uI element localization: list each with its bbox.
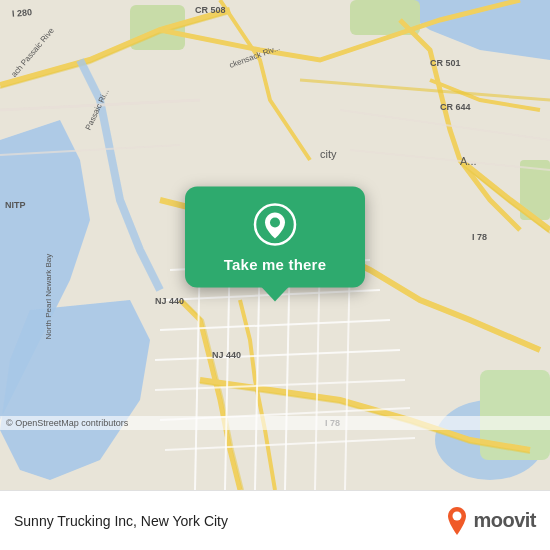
road-label-cr644: CR 644 xyxy=(440,102,471,112)
svg-point-25 xyxy=(453,511,462,520)
road-label-cr501-top: CR 501 xyxy=(430,58,461,68)
svg-point-24 xyxy=(270,217,280,227)
svg-line-17 xyxy=(345,255,350,490)
svg-line-7 xyxy=(160,320,390,330)
road-label-i280: I 280 xyxy=(12,7,33,19)
map-attribution: © OpenStreetMap contributors xyxy=(0,416,550,430)
svg-line-8 xyxy=(155,350,400,360)
map-container: I 280 CR 508 CR 501 CR 644 ach Passaic R… xyxy=(0,0,550,490)
road-label-cr508: CR 508 xyxy=(195,5,226,15)
moovit-logo: moovit xyxy=(445,507,536,535)
svg-line-20 xyxy=(300,80,550,100)
city-label: city xyxy=(320,148,337,160)
popup-label: Take me there xyxy=(224,256,326,273)
popup-card[interactable]: Take me there xyxy=(185,186,365,287)
location-text: Sunny Trucking Inc, New York City xyxy=(14,513,445,529)
city-label-a: A... xyxy=(460,155,477,167)
road-label-i78-right: I 78 xyxy=(472,232,487,242)
road-label-north-pearl: North Pearl Newark Bay xyxy=(44,254,53,340)
svg-line-22 xyxy=(350,150,550,170)
bottom-bar: Sunny Trucking Inc, New York City moovit xyxy=(0,490,550,550)
road-label-nitp: NITP xyxy=(5,200,26,210)
moovit-text: moovit xyxy=(473,509,536,532)
svg-line-11 xyxy=(165,438,415,450)
road-label-nj440-2: NJ 440 xyxy=(212,350,241,360)
location-pin-icon xyxy=(253,202,297,246)
moovit-pin-icon xyxy=(445,507,469,535)
road-label-nj440-1: NJ 440 xyxy=(155,296,184,306)
